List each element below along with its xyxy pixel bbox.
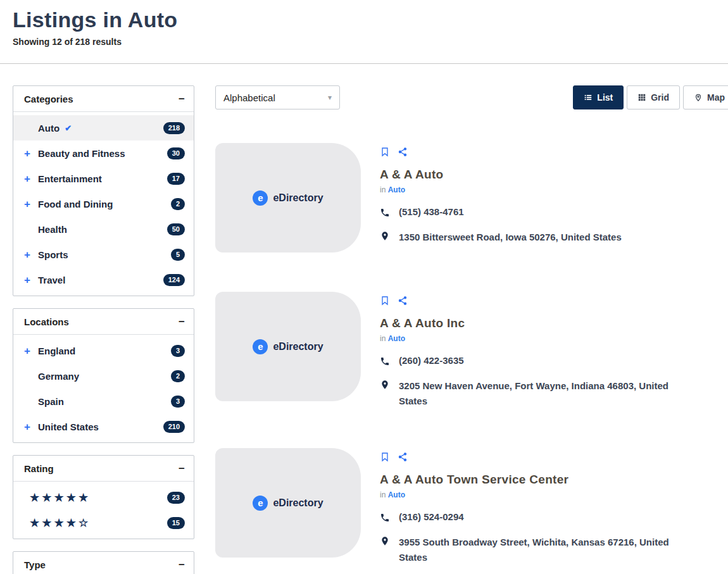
- bookmark-icon[interactable]: [380, 147, 390, 157]
- share-icon[interactable]: [398, 296, 408, 306]
- plus-icon[interactable]: +: [24, 249, 32, 260]
- sort-select[interactable]: Alphabetical ▾: [215, 85, 340, 109]
- check-icon: ✔: [65, 123, 72, 133]
- edirectory-logo: e eDirectory: [253, 190, 323, 206]
- view-button-label: List: [597, 92, 613, 103]
- bookmark-icon[interactable]: [380, 296, 390, 306]
- location-item-united-states[interactable]: + United States 210: [13, 414, 194, 439]
- listing-image-placeholder[interactable]: e eDirectory: [215, 448, 361, 558]
- listing-title[interactable]: A & A Auto: [380, 168, 622, 182]
- logo-circle-icon: e: [253, 339, 268, 354]
- category-item-travel[interactable]: + Travel 124: [13, 267, 194, 292]
- category-link[interactable]: Auto: [388, 334, 405, 343]
- view-button-label: Map: [707, 92, 725, 103]
- grid-icon: [637, 93, 646, 102]
- listing-image-placeholder[interactable]: e eDirectory: [215, 143, 361, 253]
- collapse-icon[interactable]: −: [179, 94, 185, 104]
- location-label: Spain: [38, 396, 64, 407]
- view-list-button[interactable]: List: [573, 85, 624, 109]
- category-label: Beauty and Fitness: [38, 148, 125, 159]
- filter-box-locations: Locations − + England 3 Germany 2: [13, 308, 194, 443]
- share-icon[interactable]: [398, 147, 408, 157]
- count-badge: 30: [167, 147, 185, 159]
- location-item-spain[interactable]: Spain 3: [13, 389, 194, 414]
- listing-image-placeholder[interactable]: e eDirectory: [215, 292, 361, 401]
- count-badge: 23: [167, 492, 185, 504]
- bookmark-icon[interactable]: [380, 452, 390, 462]
- category-item-food-and-dining[interactable]: + Food and Dining 2: [13, 191, 194, 216]
- category-item-health[interactable]: Health 50: [13, 216, 194, 242]
- location-item-england[interactable]: + England 3: [13, 338, 194, 363]
- count-badge: 3: [171, 396, 185, 408]
- listing-title[interactable]: A & A Auto Town Service Center: [380, 473, 696, 487]
- rating-item-5-stars[interactable]: ★★★★★ 23: [13, 485, 194, 510]
- address-row: 3205 New Haven Avenue, Fort Wayne, India…: [380, 378, 696, 409]
- listing-card: e eDirectory A & A: [215, 292, 728, 409]
- rating-item-4-stars[interactable]: ★★★★☆ 15: [13, 510, 194, 535]
- count-badge: 210: [163, 421, 185, 433]
- count-badge: 50: [167, 223, 185, 235]
- filter-title: Categories: [24, 94, 73, 104]
- phone-row: (316) 524-0294: [380, 511, 696, 523]
- page-header: Listings in Auto Showing 12 of 218 resul…: [0, 0, 728, 64]
- count-badge: 3: [171, 345, 185, 357]
- logo-circle-icon: e: [253, 190, 268, 206]
- listing-address: 1350 Bittersweet Road, Iowa 50276, Unite…: [399, 230, 622, 245]
- listing-title[interactable]: A & A Auto Inc: [380, 316, 696, 330]
- category-label: Travel: [38, 275, 65, 285]
- in-label: in: [380, 490, 386, 499]
- plus-icon[interactable]: +: [24, 421, 32, 432]
- collapse-icon[interactable]: −: [179, 463, 185, 474]
- in-label: in: [380, 185, 386, 194]
- edirectory-logo: e eDirectory: [253, 339, 323, 354]
- count-badge: 17: [167, 173, 185, 185]
- count-badge: 218: [163, 122, 185, 134]
- logo-text: eDirectory: [273, 192, 323, 204]
- listing-address: 3955 South Broadway Street, Wichita, Kan…: [399, 535, 696, 565]
- listing-phone: (316) 524-0294: [399, 511, 464, 522]
- filter-header-locations: Locations −: [13, 309, 194, 335]
- plus-icon[interactable]: +: [24, 275, 32, 285]
- results-toolbar: Alphabetical ▾ List Grid: [215, 85, 728, 109]
- phone-row: (515) 438-4761: [380, 206, 622, 218]
- page-title: Listings in Auto: [13, 8, 715, 32]
- view-button-label: Grid: [651, 92, 669, 103]
- category-link[interactable]: Auto: [388, 185, 405, 194]
- collapse-icon[interactable]: −: [179, 316, 185, 327]
- plus-icon[interactable]: +: [24, 173, 32, 184]
- plus-icon[interactable]: +: [24, 199, 32, 209]
- location-item-germany[interactable]: Germany 2: [13, 363, 194, 389]
- filter-title: Locations: [24, 316, 69, 327]
- results-summary: Showing 12 of 218 results: [13, 37, 715, 47]
- view-grid-button[interactable]: Grid: [627, 85, 680, 109]
- share-icon[interactable]: [398, 452, 408, 462]
- plus-icon[interactable]: +: [24, 346, 32, 356]
- filter-box-type: Type − Listing ✔ 218: [13, 551, 194, 574]
- locations-list: + England 3 Germany 2 Spain 3: [13, 335, 194, 442]
- category-item-sports[interactable]: + Sports 5: [13, 242, 194, 267]
- category-link[interactable]: Auto: [388, 490, 405, 499]
- listing-phone: (260) 422-3635: [399, 355, 464, 366]
- category-item-auto[interactable]: Auto ✔ 218: [13, 115, 194, 140]
- listing-card: e eDirectory A & A: [215, 448, 728, 565]
- plus-icon[interactable]: +: [24, 148, 32, 159]
- category-item-entertainment[interactable]: + Entertainment 17: [13, 166, 194, 191]
- category-label: Sports: [38, 249, 68, 260]
- filter-title: Type: [24, 559, 46, 570]
- listing-card: e eDirectory A & A: [215, 143, 728, 253]
- logo-circle-icon: e: [253, 496, 268, 511]
- count-badge: 2: [171, 198, 185, 210]
- category-item-beauty-and-fitness[interactable]: + Beauty and Fitness 30: [13, 140, 194, 166]
- location-label: England: [38, 346, 75, 356]
- filter-box-rating: Rating − ★★★★★ 23 ★★★★☆ 15: [13, 455, 194, 539]
- filter-header-categories: Categories −: [13, 86, 194, 112]
- phone-icon: [380, 511, 390, 523]
- collapse-icon[interactable]: −: [179, 559, 185, 570]
- count-badge: 5: [171, 249, 185, 261]
- rating-list: ★★★★★ 23 ★★★★☆ 15: [13, 482, 194, 539]
- count-badge: 2: [171, 370, 185, 382]
- view-map-button[interactable]: Map: [683, 85, 728, 109]
- category-label: Food and Dining: [38, 199, 113, 209]
- logo-text: eDirectory: [273, 497, 323, 509]
- listing-phone: (515) 438-4761: [399, 206, 464, 217]
